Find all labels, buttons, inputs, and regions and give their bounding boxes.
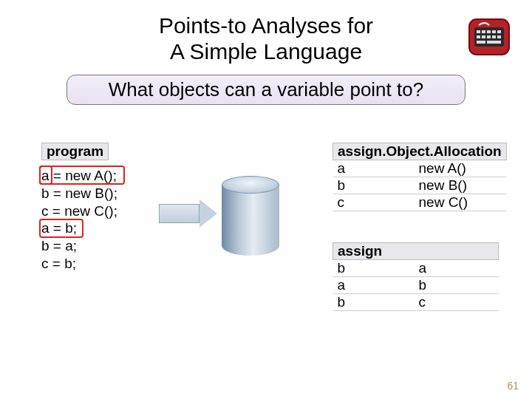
svg-rect-13 xyxy=(487,41,501,44)
code-line: c = new C(); xyxy=(41,202,117,220)
svg-rect-8 xyxy=(482,35,485,38)
arrow-icon xyxy=(159,204,200,223)
allocation-table: assign.Object.Allocation anew A() bnew B… xyxy=(332,143,507,211)
program-listing: a = new A(); b = new B(); c = new C(); a… xyxy=(41,167,117,273)
question-text: What objects can a variable point to? xyxy=(109,78,423,100)
code-line: b = a; xyxy=(41,237,117,255)
svg-rect-9 xyxy=(487,35,491,38)
svg-rect-4 xyxy=(487,30,491,33)
program-label: program xyxy=(41,143,109,160)
table-row: bnew B() xyxy=(333,177,507,194)
table-row: ab xyxy=(333,277,499,294)
table-row: anew A() xyxy=(333,160,507,177)
table-row: ba xyxy=(333,260,499,277)
code-line: a = new A(); xyxy=(41,167,117,185)
page-number: 61 xyxy=(507,380,519,392)
table-row: bc xyxy=(333,294,499,311)
svg-rect-12 xyxy=(477,41,485,44)
slide-title: Points-to Analyses for A Simple Language xyxy=(0,0,532,64)
database-cylinder-icon xyxy=(222,176,279,257)
assign-table: assign ba ab bc xyxy=(332,242,499,311)
svg-rect-2 xyxy=(477,30,480,33)
svg-rect-10 xyxy=(492,35,496,38)
code-line: b = new B(); xyxy=(41,185,117,202)
svg-rect-7 xyxy=(477,35,480,38)
svg-rect-5 xyxy=(492,30,496,33)
svg-rect-11 xyxy=(497,35,501,38)
table-row: cnew C() xyxy=(333,194,507,211)
question-callout: What objects can a variable point to? xyxy=(66,75,466,105)
content-area: program a = new A(); b = new B(); c = ne… xyxy=(0,139,532,399)
svg-rect-6 xyxy=(497,30,501,33)
alloc-header: assign.Object.Allocation xyxy=(333,143,507,160)
code-line: a = b; xyxy=(41,219,117,237)
code-line: c = b; xyxy=(41,255,117,273)
assign-header: assign xyxy=(333,243,499,260)
keyboard-logo-icon xyxy=(468,18,510,55)
svg-rect-3 xyxy=(482,30,485,33)
title-line-1: Points-to Analyses for xyxy=(0,13,532,39)
title-line-2: A Simple Language xyxy=(0,39,532,65)
